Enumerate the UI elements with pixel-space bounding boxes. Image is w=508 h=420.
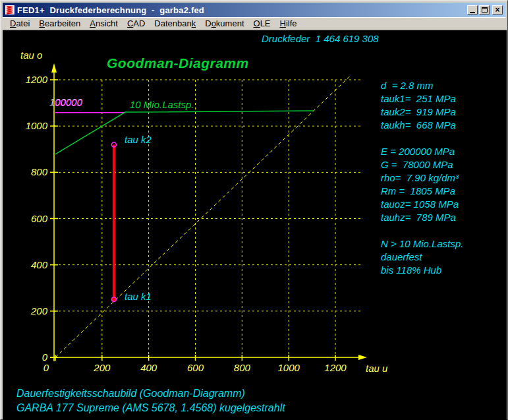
- info-line: G = 78000 MPa: [381, 158, 463, 171]
- title-bar[interactable]: FED1+ Druckfederberechnung - garba2.fed …: [3, 3, 505, 17]
- cycles-label-00000: 00000: [55, 97, 82, 108]
- tau-k1-label: tau k1: [125, 291, 152, 302]
- window-controls: ×: [467, 5, 504, 15]
- x-axis-arrow: [358, 355, 367, 360]
- window-title: FED1+ Druckfederberechnung - garba2.fed: [17, 5, 467, 15]
- menu-item-datei[interactable]: Datei: [5, 18, 34, 30]
- y-tick-label: 400: [31, 259, 48, 270]
- minimize-icon: [470, 12, 475, 13]
- info-line: tauk1= 251 MPa: [381, 92, 463, 105]
- x-tick-label: 800: [234, 362, 251, 373]
- menu-item-bearbeiten[interactable]: Bearbeiten: [34, 18, 85, 30]
- menu-item-dokument[interactable]: Dokument: [200, 18, 248, 30]
- x-tick-label: 1000: [277, 362, 300, 373]
- minimize-button[interactable]: [467, 5, 478, 15]
- x-tick-label: 1200: [324, 362, 347, 373]
- info-line: dauerfest: [381, 251, 463, 264]
- menu-item-cad[interactable]: CAD: [123, 18, 150, 30]
- x-tick-label: 600: [187, 362, 204, 373]
- diagram-area: 0200400600800100012000200400600800100012…: [3, 30, 507, 420]
- spring-id-text: Druckfeder 1 464 619 308: [262, 33, 379, 44]
- x-axis-label: tau u: [366, 363, 387, 374]
- y-tick-label: 1000: [26, 120, 48, 131]
- info-line: rho= 7.90 kg/dm³: [381, 171, 463, 185]
- menu-item-hilfe[interactable]: Hilfe: [275, 18, 302, 30]
- info-line: tauhz= 789 MPa: [381, 211, 463, 224]
- x-tick-label: 200: [93, 362, 111, 373]
- footer-diagram-name: Dauerfestigkeitsschaubild (Goodman-Diagr…: [16, 388, 245, 400]
- y-tick-label: 0: [42, 351, 48, 363]
- ten-mio-lastsp-label: 10 Mio.Lastsp.: [130, 99, 194, 110]
- info-line: N > 10 Mio.Lastsp.: [381, 237, 463, 251]
- y-axis-label: tau o: [20, 49, 42, 61]
- app-window: FED1+ Druckfederberechnung - garba2.fed …: [0, 0, 508, 420]
- app-spring-icon: [5, 5, 15, 15]
- maximize-icon: [482, 7, 488, 13]
- 45-degree-reference-line: [55, 76, 351, 357]
- info-line: bis 118% Hub: [381, 264, 463, 277]
- tau-k1-point: [111, 297, 116, 301]
- y-axis-arrow: [51, 63, 57, 73]
- maximize-button[interactable]: [479, 5, 490, 15]
- x-tick-label: 400: [140, 362, 157, 373]
- chart-title: Goodman-Diagramm: [107, 55, 249, 71]
- y-tick-label: 1200: [26, 74, 48, 85]
- y-tick-label: 800: [31, 166, 48, 177]
- menu-bar: DateiBearbeitenAnsichtCADDatenbankDokume…: [3, 17, 505, 30]
- result-info-panel: d = 2.8 mmtauk1= 251 MPatauk2= 919 MPata…: [381, 79, 463, 277]
- info-line: d = 2.8 mm: [381, 79, 463, 92]
- menu-item-datenbank[interactable]: Datenbank: [150, 18, 200, 30]
- info-line: tauk2= 919 MPa: [381, 105, 463, 119]
- close-icon: ×: [495, 7, 499, 13]
- tau-k2-label: tau k2: [125, 134, 152, 145]
- info-line: Rm = 1805 MPa: [381, 185, 463, 198]
- x-tick-label: 0: [43, 362, 49, 373]
- info-line: taukh= 668 MPa: [381, 119, 463, 132]
- y-tick-label: 200: [30, 305, 48, 316]
- info-line: tauoz= 1058 MPa: [381, 198, 463, 211]
- info-line: [381, 132, 463, 145]
- info-line: E = 200000 MPa: [381, 145, 463, 158]
- menu-item-ansicht[interactable]: Ansicht: [85, 18, 123, 30]
- menu-item-ole[interactable]: OLE: [249, 18, 275, 30]
- footer-material-name: GARBA 177 Supreme (AMS 5678, 1.4568) kug…: [16, 402, 285, 414]
- info-line: [381, 224, 463, 237]
- y-tick-label: 600: [31, 213, 48, 224]
- close-button[interactable]: ×: [492, 5, 503, 15]
